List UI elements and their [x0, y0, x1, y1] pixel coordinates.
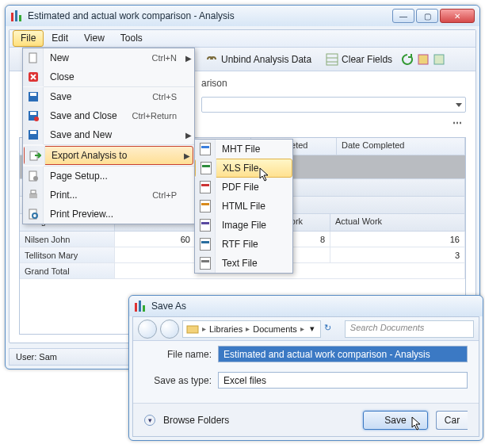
savetype-field[interactable]: Excel files — [218, 372, 468, 389]
svg-rect-0 — [11, 13, 13, 21]
save-as-dialog: Save As ▸ Libraries ▸ Documents ▸ ▾ ↻ Se… — [128, 295, 483, 441]
menu-view[interactable]: View — [76, 30, 113, 47]
search-input[interactable]: Search Documents — [345, 320, 474, 338]
savetype-label: Save as type: — [144, 375, 212, 386]
menu-item-page-setup-[interactable]: Page Setup... — [23, 167, 194, 186]
tool-icon-1[interactable] — [417, 53, 430, 66]
export-img[interactable]: Image File — [195, 216, 292, 235]
chevron-right-icon: ▶ — [183, 131, 194, 140]
filename-field[interactable]: Estimated and actual work comparison - A… — [218, 346, 468, 362]
overflow-button[interactable]: ⋯ — [453, 117, 463, 128]
export-submenu: MHT FileXLS FilePDF FileHTML FileImage F… — [194, 139, 293, 274]
new-icon — [23, 48, 44, 67]
expand-icon[interactable]: ▾ — [144, 415, 155, 426]
clear-fields-button[interactable]: Clear Fields — [320, 51, 398, 68]
preview-icon — [23, 205, 44, 224]
svg-rect-6 — [418, 55, 428, 64]
svg-rect-13 — [30, 112, 36, 115]
svg-rect-3 — [327, 54, 338, 65]
refresh-icon[interactable]: ↻ — [324, 323, 337, 335]
print-icon — [23, 186, 44, 205]
menu-item-print-[interactable]: Print...Ctrl+P — [23, 186, 194, 205]
svg-rect-11 — [30, 93, 36, 96]
file-menu-dropdown: NewCtrl+N▶CloseSaveCtrl+SSave and CloseC… — [22, 48, 195, 224]
save-icon — [23, 87, 44, 106]
svg-rect-20 — [29, 193, 37, 198]
menu-item-close[interactable]: Close — [23, 67, 194, 86]
data-selector[interactable] — [201, 97, 466, 113]
svg-rect-8 — [29, 53, 36, 63]
folder-icon — [186, 323, 199, 335]
nav-fwd-button[interactable] — [160, 320, 179, 339]
img-file-icon — [195, 216, 216, 235]
tool-icon-2[interactable] — [433, 53, 445, 66]
dialog-content: ▸ Libraries ▸ Documents ▸ ▾ ↻ Search Doc… — [132, 316, 479, 437]
window-title: Estimated and actual work comparison - A… — [28, 10, 391, 21]
menu-file[interactable]: File — [13, 30, 44, 47]
rtf-file-icon — [195, 235, 216, 254]
htm-file-icon — [195, 197, 216, 216]
dialog-navbar: ▸ Libraries ▸ Documents ▸ ▾ ↻ Search Doc… — [133, 317, 479, 341]
svg-rect-25 — [139, 301, 141, 312]
status-user: User: Sam — [16, 352, 57, 362]
svg-rect-24 — [135, 303, 137, 312]
chevron-down-icon — [456, 103, 462, 107]
export-htm[interactable]: HTML File — [195, 197, 292, 216]
export-xls[interactable]: XLS File — [195, 159, 292, 178]
export-rtf[interactable]: RTF File — [195, 235, 292, 254]
filename-label: File name: — [144, 349, 212, 360]
svg-rect-2 — [19, 15, 21, 21]
grid-clear-icon — [326, 53, 338, 66]
unbind-button[interactable]: Unbind Analysis Data — [200, 51, 317, 68]
export-txt[interactable]: Text File — [195, 254, 292, 273]
svg-rect-27 — [187, 326, 198, 333]
svg-rect-1 — [15, 10, 17, 21]
titlebar: Estimated and actual work comparison - A… — [6, 6, 479, 26]
nav-back-button[interactable] — [138, 320, 157, 339]
chevron-right-icon: ▶ — [183, 54, 194, 63]
menu-item-new[interactable]: NewCtrl+N▶ — [23, 48, 194, 67]
svg-point-19 — [33, 176, 38, 181]
svg-rect-16 — [30, 131, 36, 134]
menubar: File Edit View Tools — [10, 30, 475, 48]
chain-break-icon — [205, 53, 218, 66]
close-button[interactable]: ✕ — [440, 9, 475, 23]
menu-tools[interactable]: Tools — [113, 30, 151, 47]
svg-point-14 — [34, 117, 39, 121]
close-icon — [23, 67, 44, 86]
export-pdf[interactable]: PDF File — [195, 178, 292, 197]
breadcrumb[interactable]: ▸ Libraries ▸ Documents ▸ ▾ — [182, 320, 321, 338]
xls-file-icon — [196, 159, 216, 178]
app-icon — [10, 10, 23, 22]
svg-rect-21 — [31, 190, 36, 193]
menu-edit[interactable]: Edit — [44, 30, 76, 47]
col-header-2[interactable]: Date Completed — [337, 138, 465, 155]
pdf-file-icon — [195, 178, 216, 197]
browse-folders-link[interactable]: Browse Folders — [163, 415, 229, 426]
dialog-titlebar: Save As — [129, 296, 483, 316]
svg-rect-7 — [434, 55, 444, 64]
menu-item-save[interactable]: SaveCtrl+S — [23, 87, 194, 106]
app-icon — [134, 300, 147, 312]
menu-item-export-analysis-to[interactable]: Export Analysis to▶ — [24, 146, 193, 165]
menu-item-print-preview-[interactable]: Print Preview... — [23, 205, 194, 224]
txt-file-icon — [195, 254, 216, 273]
savenew-icon — [23, 125, 44, 144]
menu-item-save-and-new[interactable]: Save and New▶ — [23, 125, 194, 144]
svg-rect-26 — [143, 305, 145, 312]
refresh-icon[interactable] — [401, 53, 414, 66]
dialog-title: Save As — [151, 301, 478, 312]
minimize-button[interactable]: — — [392, 9, 414, 23]
maximize-button[interactable]: ▢ — [416, 9, 438, 23]
menu-item-save-and-close[interactable]: Save and CloseCtrl+Return — [23, 106, 194, 125]
mht-file-icon — [195, 140, 216, 159]
saveclose-icon — [23, 106, 44, 125]
cancel-button[interactable]: Car — [436, 411, 468, 430]
save-button[interactable]: Save — [363, 411, 428, 430]
export-icon — [25, 146, 45, 165]
export-mht[interactable]: MHT File — [195, 140, 292, 159]
chevron-right-icon: ▶ — [181, 151, 193, 160]
dialog-bottom: ▾ Browse Folders Save Car — [133, 403, 479, 436]
pagesetup-icon — [23, 167, 44, 186]
